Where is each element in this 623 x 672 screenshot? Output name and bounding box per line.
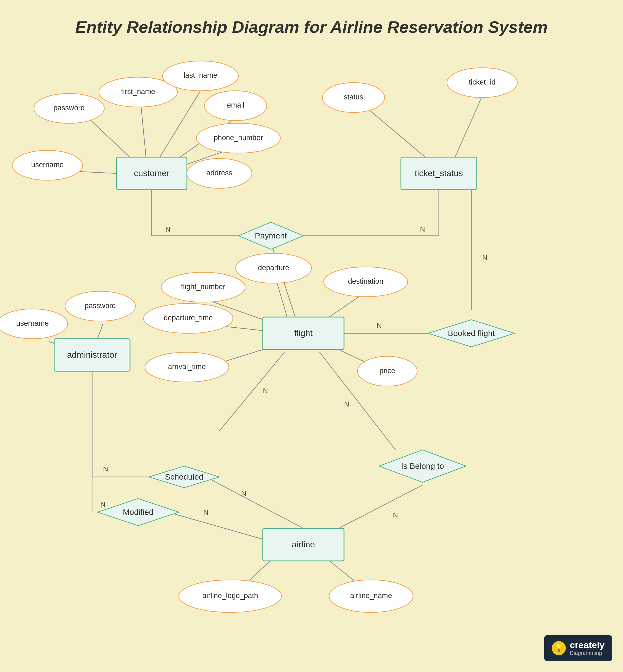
- attr-price-label: price: [380, 367, 395, 375]
- rel-booked-flight-label: Booked flight: [448, 329, 495, 338]
- n-label-customer-payment: N: [166, 225, 171, 233]
- attr-airline-name-label: airline_name: [350, 591, 392, 600]
- rel-payment-label: Payment: [255, 231, 287, 240]
- attr-destination-label: destination: [348, 277, 384, 285]
- svg-line-5: [87, 117, 133, 160]
- n-label-flight-scheduled: N: [263, 386, 268, 395]
- svg-line-7: [366, 107, 425, 157]
- rel-is-belong-to-label: Is Belong to: [401, 462, 444, 470]
- svg-line-8: [455, 96, 482, 157]
- rel-scheduled-label: Scheduled: [165, 472, 203, 481]
- rel-modified-label: Modified: [123, 507, 153, 517]
- entity-airline-label: airline: [292, 539, 315, 549]
- n-label-scheduled-airline: N: [241, 489, 246, 497]
- attr-email-label: email: [227, 101, 245, 109]
- attr-departure-label: departure: [258, 264, 289, 272]
- attr-phone-number-label: phone_number: [214, 134, 263, 142]
- n-label-modified-airline: N: [203, 508, 209, 517]
- svg-line-23: [97, 324, 103, 339]
- entity-flight-label: flight: [294, 328, 313, 338]
- entity-customer-label: customer: [134, 168, 170, 178]
- attr-address-label: address: [206, 169, 232, 177]
- attr-last-name-label: last_name: [184, 71, 217, 79]
- svg-line-30: [168, 512, 263, 539]
- n-label-ticketstatus-payment: N: [420, 225, 425, 233]
- attr-arrival-time-label: arrival_time: [168, 362, 206, 371]
- svg-line-18: [325, 294, 363, 320]
- attr-departure-time-label: departure_time: [164, 314, 213, 322]
- svg-line-26: [219, 352, 285, 431]
- svg-line-0: [141, 104, 146, 160]
- brand-name: creately: [570, 640, 604, 650]
- n-label-ticketstatus-booked: N: [482, 254, 487, 262]
- svg-line-17: [276, 281, 287, 317]
- attr-username-cust-label: username: [31, 161, 64, 169]
- n-label-isbelong-airline: N: [393, 511, 398, 519]
- n-label-admin-modified: N: [100, 500, 106, 508]
- brand-box: 💡 creately Diagramming: [544, 635, 612, 661]
- attr-username-admin-label: username: [16, 319, 49, 327]
- attr-status-label: status: [344, 93, 363, 101]
- n-label-flight-booked: N: [377, 321, 382, 329]
- svg-line-33: [206, 477, 303, 528]
- n-label-admin-scheduled: N: [103, 465, 108, 473]
- attr-airline-logo-path-label: airline_logo_path: [202, 591, 258, 600]
- attr-password-cust-label: password: [53, 104, 85, 112]
- attr-flight-number-label: flight_number: [181, 283, 225, 291]
- brand-icon: 💡: [552, 641, 566, 655]
- entity-ticket-status-label: ticket_status: [415, 168, 463, 178]
- svg-line-28: [338, 485, 422, 528]
- attr-first-name-label: first_name: [121, 88, 155, 96]
- n-label-flight-isbelong: N: [344, 400, 349, 408]
- brand-subtitle: Diagramming: [570, 650, 604, 656]
- attr-ticket-id-label: ticket_id: [469, 78, 496, 86]
- entity-administrator-label: administrator: [67, 350, 117, 359]
- attr-password-admin-label: password: [85, 301, 116, 310]
